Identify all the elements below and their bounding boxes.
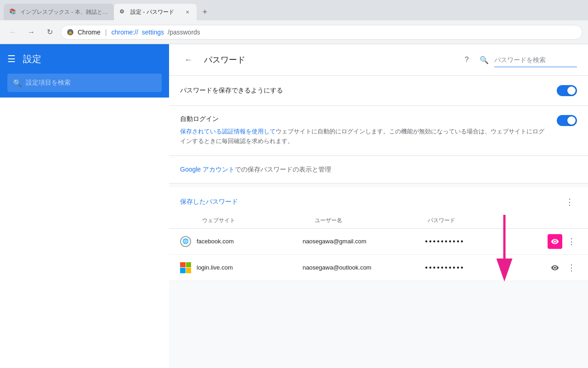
save-passwords-toggle[interactable] [557, 85, 577, 96]
url-path-passwords: /passwords [168, 29, 200, 36]
browser-frame: 📚 インプレスブックス - 本、雑誌と関連コ... ⚙ 設定 - パスワード ✕… [0, 0, 588, 368]
address-bar: ← → ↻ 🔒 Chrome | chrome://settings/passw… [0, 20, 588, 44]
row-more-button-facebook[interactable]: ⋮ [564, 234, 579, 249]
save-passwords-section: パスワードを保存できるようにする [169, 76, 588, 106]
table-row: login.live.com naosegawa@outlook.com •••… [169, 255, 588, 281]
auto-login-toggle-thumb [567, 116, 576, 125]
menu-icon[interactable]: ☰ [7, 53, 16, 64]
url-separator: | [105, 29, 107, 36]
search-bar-container: 🔍 設定項目を検索 [0, 74, 169, 98]
toggle-thumb [567, 86, 576, 95]
reload-button[interactable]: ↻ [42, 25, 57, 40]
auto-login-link[interactable]: 保存されている認証情報を使用して [180, 128, 276, 135]
sidebar-title: 設定 [23, 53, 41, 65]
search-placeholder: 設定項目を検索 [26, 79, 71, 87]
panel-header-right: ? 🔍 [459, 52, 577, 67]
auto-login-section: 自動ログイン 保存されている認証情報を使用してウェブサイトに自動的にログインしま… [169, 106, 588, 156]
site-cell-facebook: 🌐 facebook.com [180, 236, 303, 247]
password-search-icon: 🔍 [480, 56, 489, 64]
panel-header-left: ← パスワード [180, 52, 245, 68]
username-live: naosegawa@outlook.com [303, 264, 425, 271]
auto-login-header: 自動ログイン 保存されている認証情報を使用してウェブサイトに自動的にログインしま… [180, 115, 577, 146]
url-path-settings: settings [142, 29, 164, 36]
auto-login-desc: 保存されている認証情報を使用してウェブサイトに自動的にログインします。この機能が… [180, 127, 549, 146]
tab-impress-favicon: 📚 [9, 8, 17, 16]
site-name-live: login.live.com [197, 264, 233, 271]
site-name-facebook: facebook.com [197, 238, 234, 245]
tab-bar: 📚 インプレスブックス - 本、雑誌と関連コ... ⚙ 設定 - パスワード ✕… [0, 0, 588, 20]
tab-settings-label: 設定 - パスワード [130, 8, 180, 16]
col-username: ユーザー名 [315, 217, 427, 224]
password-live: •••••••••• [425, 264, 548, 272]
content-area: ☰ 設定 🔍 設定項目を検索 ← パスワード ? 🔍 [0, 44, 588, 368]
microsoft-icon [180, 262, 191, 273]
col-password: パスワード [428, 217, 540, 224]
google-account-link-text: Google アカウントでの保存パスワードの表示と管理 [180, 166, 331, 173]
panel-header: ← パスワード ? 🔍 [169, 44, 588, 76]
show-password-button-live[interactable] [548, 260, 562, 275]
tab-settings-close[interactable]: ✕ [184, 8, 191, 16]
tab-impress[interactable]: 📚 インプレスブックス - 本、雑誌と関連コ... [4, 4, 114, 20]
back-button-panel[interactable]: ← [180, 52, 197, 68]
show-password-button-facebook[interactable] [548, 234, 562, 249]
password-actions-facebook: ⋮ [548, 234, 584, 249]
url-scheme: chrome:// [111, 29, 138, 36]
site-cell-live: login.live.com [180, 262, 303, 273]
google-account-link[interactable]: Google アカウント [180, 166, 235, 173]
row-more-button-live[interactable]: ⋮ [564, 260, 579, 275]
svg-text:🔒: 🔒 [68, 29, 73, 34]
auto-login-toggle[interactable] [557, 115, 577, 126]
saved-passwords-more-button[interactable]: ⋮ [562, 195, 577, 209]
username-facebook: naosegawa@gmail.com [303, 238, 425, 245]
search-icon: 🔍 [13, 79, 22, 87]
auto-login-content: 自動ログイン 保存されている認証情報を使用してウェブサイトに自動的にログインしま… [180, 115, 549, 146]
password-facebook: •••••••••• [425, 237, 548, 246]
eye-icon [551, 237, 559, 246]
url-site-name: Chrome [78, 29, 101, 36]
search-input-container[interactable]: 🔍 設定項目を検索 [7, 74, 162, 92]
saved-passwords-title: 保存したパスワード [180, 198, 238, 206]
auto-login-title: 自動ログイン [180, 115, 549, 123]
globe-icon: 🌐 [180, 236, 191, 247]
saved-passwords-section: 保存したパスワード ⋮ ウェブサイト ユーザー名 パスワード 🌐 faceboo… [169, 187, 588, 281]
save-passwords-label: パスワードを保存できるようにする [180, 86, 549, 95]
help-button[interactable]: ? [459, 52, 474, 67]
password-search-input[interactable] [494, 52, 577, 67]
save-passwords-row: パスワードを保存できるようにする [180, 85, 577, 96]
sidebar-header: ☰ 設定 [0, 44, 169, 74]
saved-passwords-header: 保存したパスワード ⋮ [169, 187, 588, 213]
back-button[interactable]: ← [6, 25, 20, 40]
google-account-section: Google アカウントでの保存パスワードの表示と管理 [169, 156, 588, 184]
password-table-header: ウェブサイト ユーザー名 パスワード [169, 213, 588, 229]
password-panel: ← パスワード ? 🔍 パスワードを保存できるようにする [169, 44, 588, 368]
panel-title: パスワード [204, 54, 245, 65]
tab-settings[interactable]: ⚙ 設定 - パスワード ✕ [114, 4, 197, 20]
new-tab-button[interactable]: + [198, 6, 211, 18]
password-actions-live: ⋮ [548, 260, 584, 275]
forward-button[interactable]: → [24, 25, 39, 40]
tab-impress-label: インプレスブックス - 本、雑誌と関連コ... [20, 8, 108, 16]
eye-icon [551, 264, 559, 272]
security-icon: 🔒 [67, 29, 74, 36]
url-bar[interactable]: 🔒 Chrome | chrome://settings/passwords [61, 25, 582, 40]
settings-sidebar: ☰ 設定 🔍 設定項目を検索 [0, 44, 169, 368]
col-actions [540, 217, 577, 224]
col-website: ウェブサイト [202, 217, 315, 224]
table-row: 🌐 facebook.com naosegawa@gmail.com •••••… [169, 229, 588, 255]
tab-settings-favicon: ⚙ [119, 8, 127, 16]
